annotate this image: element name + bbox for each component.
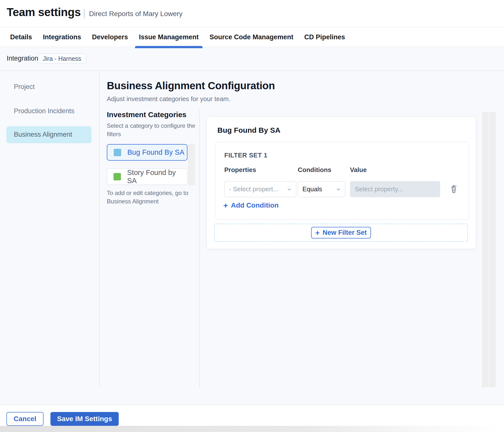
plus-icon: + <box>223 202 228 209</box>
tab-details[interactable]: Details <box>10 27 32 47</box>
filter-card-title: Bug Found By SA <box>217 126 280 134</box>
categories-note: To add or edit categories, go to Busines… <box>107 189 199 206</box>
section-title: Business Alignment Configuration <box>107 80 275 92</box>
category-color-swatch-icon <box>114 149 121 156</box>
categories-divider <box>199 109 200 387</box>
condition-select-value: Equals <box>302 185 322 193</box>
cancel-button[interactable]: Cancel <box>6 412 44 426</box>
tab-integrations[interactable]: Integrations <box>43 27 81 47</box>
trash-icon <box>449 183 459 194</box>
delete-condition-button[interactable] <box>448 183 459 195</box>
new-filter-set-button[interactable]: + New Filter Set <box>311 227 371 238</box>
column-header-properties: Properties <box>224 166 256 174</box>
bottom-shadow-strip <box>0 426 504 432</box>
tab-label: Source Code Management <box>209 33 293 41</box>
category-list-scrollbar[interactable] <box>188 144 195 185</box>
tab-developers[interactable]: Developers <box>92 27 128 47</box>
category-label: Story Found by SA <box>127 169 187 185</box>
section-subtitle: Adjust investment categories for your te… <box>107 95 230 103</box>
sidebar-item-label: Business Alignment <box>14 131 72 138</box>
tab-cd-pipelines[interactable]: CD Pipelines <box>304 27 345 47</box>
sidebar-item-project[interactable]: Project <box>14 83 35 91</box>
add-condition-label: Add Condition <box>231 201 279 209</box>
chevron-down-icon <box>335 186 342 193</box>
new-filter-set-label: New Filter Set <box>322 229 367 237</box>
filter-set-title: FILTER SET 1 <box>224 151 268 159</box>
tab-label: Issue Management <box>139 33 199 41</box>
condition-select[interactable]: Equals <box>298 181 345 197</box>
add-condition-button[interactable]: + Add Condition <box>223 201 279 209</box>
sidebar-divider <box>99 71 100 387</box>
property-select[interactable]: - Select propert... <box>224 181 296 197</box>
breadcrumb-subtitle: Direct Reports of Mary Lowery <box>89 10 183 18</box>
category-label: Bug Found By SA <box>127 148 184 156</box>
column-header-value: Value <box>350 166 367 174</box>
filter-set-panel: FILTER SET 1 Properties Conditions Value… <box>215 142 469 219</box>
tab-label: Integrations <box>43 33 81 41</box>
title-separator <box>84 9 85 18</box>
sidebar-item-production-incidents[interactable]: Production Incidents <box>14 107 74 115</box>
filter-configuration-card: Bug Found By SA FILTER SET 1 Properties … <box>207 117 476 249</box>
vertical-scrollbar[interactable] <box>482 112 488 387</box>
plus-icon: + <box>315 229 320 236</box>
category-color-swatch-icon <box>114 173 121 180</box>
tab-label: Developers <box>92 33 128 41</box>
sidebar-item-business-alignment[interactable]: Business Alignment <box>6 126 92 143</box>
category-item-story-found-by-sa[interactable]: Story Found by SA <box>107 168 187 185</box>
value-input[interactable] <box>350 181 440 197</box>
property-select-placeholder: - Select propert... <box>229 185 278 193</box>
category-item-bug-found-by-sa[interactable]: Bug Found By SA <box>107 144 187 161</box>
new-filter-set-dropzone: + New Filter Set <box>214 224 468 242</box>
chevron-down-icon <box>286 186 293 193</box>
investment-categories-description: Select a category to configure the filte… <box>107 122 199 138</box>
integration-badge[interactable]: Jira - Harness <box>38 53 86 64</box>
tab-source-code-management[interactable]: Source Code Management <box>209 27 293 47</box>
save-im-settings-button[interactable]: Save IM Settings <box>50 412 119 426</box>
active-tab-underline <box>135 46 203 48</box>
tab-bar: Details Integrations Developers Issue Ma… <box>0 27 504 47</box>
column-header-conditions: Conditions <box>298 166 331 174</box>
integration-label: Integration: <box>7 55 40 62</box>
horizontal-divider <box>0 70 504 71</box>
tab-label: CD Pipelines <box>304 33 345 41</box>
tab-label: Details <box>10 33 32 41</box>
team-settings-page: Team settings Direct Reports of Mary Low… <box>0 0 504 432</box>
tab-issue-management[interactable]: Issue Management <box>139 27 199 47</box>
investment-categories-title: Investment Categories <box>107 110 186 119</box>
vertical-scrollbar[interactable] <box>489 112 496 387</box>
page-title: Team settings <box>7 5 81 19</box>
